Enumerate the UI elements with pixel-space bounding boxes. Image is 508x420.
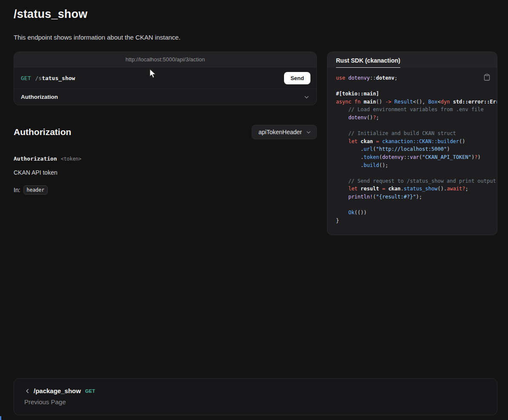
left-column: http://localhost:5000/api/3/action GET /… [14,52,317,195]
request-card: http://localhost:5000/api/3/action GET /… [14,52,317,105]
right-column: Rust SDK (ckanaction) use dotenvy::doten… [327,52,497,235]
auth-row-label: Authorization [21,94,58,100]
endpoint-path: /status_show [35,75,75,81]
sdk-panel-header: Rust SDK (ckanaction) [327,52,497,68]
page-description: This endpoint shows information about th… [14,34,497,41]
previous-page-title-row: /package_show GET [24,387,487,394]
param-name: Authorization [14,155,57,162]
sdk-code-container: use dotenvy::dotenv; #[tokio::main]async… [327,68,497,235]
param-description: CKAN API token [14,169,317,176]
http-method: GET [21,75,31,81]
authorization-heading: Authorization [14,127,71,137]
copy-icon[interactable] [483,73,491,83]
previous-page-label: Previous Page [24,398,487,406]
previous-endpoint-method: GET [85,388,95,394]
code-block[interactable]: use dotenvy::dotenv; #[tokio::main]async… [336,74,497,224]
chevron-left-icon [24,388,30,394]
auth-parameter-name-row: Authorization <token> [14,155,317,162]
previous-endpoint-path: /package_show [34,387,81,394]
auth-parameter: Authorization <token> CKAN API token In:… [14,155,317,195]
authorization-section: Authorization apiTokenHeader Authorizati… [14,125,317,195]
corner-accent-tick [0,416,1,420]
base-url: http://localhost:5000/api/3/action [126,56,205,63]
param-in-badge: header [23,185,48,195]
param-type: <token> [61,156,81,162]
chevron-down-icon [304,94,310,100]
param-in-label: In: [14,187,20,193]
send-button[interactable]: Send [284,72,310,84]
page: /status_show This endpoint shows informa… [0,0,508,420]
sdk-tab-rust[interactable]: Rust SDK (ckanaction) [336,57,400,68]
request-row: GET /status_show Send [14,67,316,89]
chevron-down-icon [306,129,311,135]
authorization-header-row: Authorization apiTokenHeader [14,125,317,139]
auth-collapse-row[interactable]: Authorization [14,89,316,105]
auth-scheme-select[interactable]: apiTokenHeader [252,125,317,139]
previous-page-card[interactable]: /package_show GET Previous Page [14,378,497,415]
sdk-example-panel: Rust SDK (ckanaction) use dotenvy::doten… [327,52,497,235]
page-title: /status_show [14,8,497,21]
auth-scheme-value: apiTokenHeader [258,129,302,135]
param-in-row: In: header [14,185,317,195]
content-columns: http://localhost:5000/api/3/action GET /… [14,52,497,235]
base-url-bar[interactable]: http://localhost:5000/api/3/action [14,52,316,67]
